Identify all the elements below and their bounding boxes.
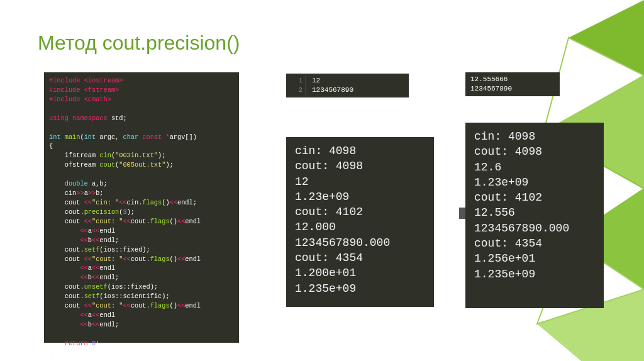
- output-line: cout: 4354: [474, 236, 595, 251]
- input-file-panel-1: 112 21234567890: [286, 74, 409, 97]
- output-line: 1.23e+09: [474, 175, 595, 190]
- output-line: cin: 4098: [295, 143, 425, 158]
- output-line: cin: 4098: [474, 129, 595, 144]
- output-line: 1.200e+01: [295, 265, 425, 280]
- output-line: 12.556: [474, 205, 595, 220]
- output-panel-2: cin: 4098cout: 409812.61.23e+09cout: 410…: [465, 123, 604, 308]
- output-line: cout: 4098: [474, 144, 595, 159]
- output-line: 1234567890.000: [295, 235, 425, 250]
- gutter-line-number: 2: [289, 86, 306, 95]
- source-code-panel: #include <iostream> #include <fstream> #…: [44, 72, 239, 343]
- output-line: 1234567890.000: [474, 221, 595, 236]
- output-line: 12: [295, 174, 425, 189]
- output-line: cout: 4102: [474, 190, 595, 205]
- input-value: 12: [312, 77, 320, 84]
- slide-title: Метод cout.precision(): [38, 31, 240, 55]
- input-value: 12.555666: [470, 75, 508, 83]
- output-line: 12.6: [474, 160, 595, 175]
- output-line: 12.000: [295, 219, 425, 235]
- panel-side-marker: [459, 208, 465, 219]
- input-value: 1234567890: [312, 86, 353, 94]
- svg-marker-0: [569, 0, 644, 75]
- output-line: 1.235e+09: [474, 267, 595, 282]
- output-panel-1: cin: 4098cout: 4098121.23e+09cout: 41021…: [286, 137, 434, 307]
- input-value: 1234567890: [470, 85, 512, 92]
- output-line: cout: 4354: [295, 250, 425, 265]
- output-line: 1.235e+09: [295, 281, 425, 296]
- gutter-line-number: 1: [289, 76, 306, 86]
- output-line: cout: 4098: [295, 158, 425, 174]
- output-line: 1.23e+09: [295, 189, 425, 204]
- input-file-panel-2: 12.555666 1234567890: [465, 72, 560, 96]
- output-line: 1.256e+01: [474, 251, 595, 266]
- output-line: cout: 4102: [295, 204, 425, 219]
